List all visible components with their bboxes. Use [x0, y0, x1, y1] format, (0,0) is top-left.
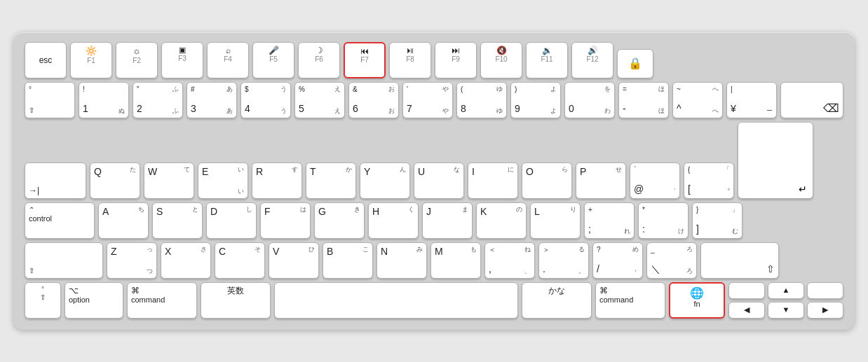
key-fn-small[interactable]: ° ⇧ [25, 282, 61, 319]
key-u[interactable]: U な [414, 162, 464, 199]
key-x[interactable]: X さ [161, 242, 211, 279]
key-shift-left[interactable]: ⇧ [25, 242, 103, 279]
key-shift-right[interactable]: ⇧ [700, 242, 779, 279]
key-f4[interactable]: ⌕ F4 [207, 42, 249, 78]
key-l[interactable]: L り [530, 202, 581, 239]
key-colon[interactable]: * : け [638, 202, 689, 239]
key-4[interactable]: $ う 4 う [240, 82, 291, 118]
key-a[interactable]: A ち [98, 202, 149, 239]
key-arrow-down[interactable]: ▼ [768, 302, 804, 319]
key-kana[interactable]: かな [522, 282, 592, 319]
key-g[interactable]: G き [314, 202, 365, 239]
key-2[interactable]: " ふ 2 ふ [133, 82, 183, 118]
function-row: esc 🔆 F1 ☼ F2 ▣ F3 ⌕ F4 [25, 42, 843, 78]
key-f[interactable]: F は [260, 202, 311, 239]
key-e[interactable]: E い い [198, 162, 248, 199]
key-p[interactable]: P せ [576, 162, 626, 199]
keyboard: esc 🔆 F1 ☼ F2 ▣ F3 ⌕ F4 [13, 32, 855, 330]
key-h[interactable]: H く [368, 202, 419, 239]
key-o[interactable]: O ら [522, 162, 572, 199]
key-r[interactable]: R す [252, 162, 302, 199]
key-backspace[interactable]: ⌫ [780, 82, 843, 118]
arrow-cluster: ▲ ◀ ▼ ▶ [728, 282, 843, 319]
key-d[interactable]: D し [206, 202, 257, 239]
key-f1[interactable]: 🔆 F1 [70, 42, 112, 78]
key-k[interactable]: K の [476, 202, 527, 239]
key-globe-fn[interactable]: 🌐 fn [669, 282, 725, 319]
key-9[interactable]: ) よ 9 よ [510, 82, 561, 118]
key-caret[interactable]: ~ へ ^ へ [672, 82, 723, 118]
key-at[interactable]: ` @ ゛ [630, 162, 680, 199]
key-j[interactable]: J ま [422, 202, 473, 239]
key-y[interactable]: Y ん [360, 162, 410, 199]
key-arrow-right-placeholder2 [807, 282, 843, 299]
key-arrow-left[interactable]: ◀ [728, 302, 765, 319]
key-option[interactable]: ⌥ option [65, 282, 123, 319]
key-space[interactable] [274, 282, 518, 319]
key-enter[interactable]: ↵ [738, 122, 813, 199]
key-5[interactable]: % え 5 え [294, 82, 345, 118]
key-m[interactable]: M も [430, 242, 481, 279]
key-f11[interactable]: 🔉 F11 [526, 42, 568, 78]
key-tab[interactable]: →| [25, 162, 86, 199]
key-slash[interactable]: ? め / ・ [592, 242, 643, 279]
key-f5[interactable]: 🎤 F5 [252, 42, 294, 78]
key-control[interactable]: ⌃ control [25, 202, 95, 239]
key-eisu[interactable]: 英数 [201, 282, 271, 319]
key-open-bracket[interactable]: { 「 [ ° [684, 162, 734, 199]
key-8[interactable]: ( ゆ 8 ゆ [456, 82, 507, 118]
key-comma[interactable]: ＜ ね , 、 [484, 242, 535, 279]
key-f7[interactable]: ⏮ F7 [344, 42, 386, 78]
key-arrow-right[interactable]: ▶ [807, 302, 843, 319]
key-esc[interactable]: esc [25, 42, 67, 78]
key-t[interactable]: T か [306, 162, 356, 199]
key-0[interactable]: を 0 わ [564, 82, 615, 118]
key-lock[interactable]: 🔒 [617, 49, 653, 78]
key-6[interactable]: & お 6 お [348, 82, 399, 118]
key-f8[interactable]: ⏯ F8 [389, 42, 431, 78]
key-7[interactable]: ' や 7 や [402, 82, 453, 118]
number-row: ° ⇧ ! 1 ぬ " ふ 2 ふ [25, 82, 843, 118]
key-n[interactable]: N み [377, 242, 427, 279]
bottom-row: ° ⇧ ⌥ option ⌘ command 英数 [25, 282, 843, 319]
key-backslash[interactable]: _ ろ ＼ ろ [646, 242, 697, 279]
key-q[interactable]: Q た [90, 162, 140, 199]
key-arrow-up[interactable]: ▲ [768, 282, 804, 299]
key-semicolon[interactable]: + ; れ [584, 202, 635, 239]
key-c[interactable]: C そ [215, 242, 265, 279]
key-tilde[interactable]: ° ⇧ [25, 82, 75, 118]
key-i[interactable]: I に [468, 162, 518, 199]
key-s[interactable]: S と [152, 202, 203, 239]
key-period[interactable]: ＞ る . 。 [538, 242, 589, 279]
key-close-bracket[interactable]: } 」 ] む [692, 202, 742, 239]
key-command-left[interactable]: ⌘ command [127, 282, 197, 319]
shift-row: ⇧ Z っ つ X さ C そ [25, 242, 843, 279]
key-z[interactable]: Z っ つ [107, 242, 157, 279]
key-1[interactable]: ! 1 ぬ [79, 82, 129, 118]
key-f6[interactable]: ☽ F6 [298, 42, 340, 78]
key-f3[interactable]: ▣ F3 [161, 42, 203, 78]
key-command-right[interactable]: ⌘ command [595, 282, 665, 319]
key-f2[interactable]: ☼ F2 [116, 42, 158, 78]
key-f12[interactable]: 🔊 F12 [571, 42, 613, 78]
key-b[interactable]: B こ [323, 242, 373, 279]
key-3[interactable]: # あ 3 あ [187, 82, 237, 118]
key-v[interactable]: V ひ [269, 242, 319, 279]
key-arrow-left-placeholder [728, 282, 765, 299]
key-w[interactable]: W て [144, 162, 194, 199]
asdf-row: ⌃ control A ち S と D し [25, 202, 843, 239]
key-f9[interactable]: ⏭ F9 [435, 42, 477, 78]
key-yen[interactable]: | ¥ ー [726, 82, 777, 118]
qwerty-row: →| Q た W て E い い [25, 122, 843, 199]
key-minus[interactable]: = ほ - ほ [618, 82, 669, 118]
key-f10[interactable]: 🔇 F10 [480, 42, 522, 78]
